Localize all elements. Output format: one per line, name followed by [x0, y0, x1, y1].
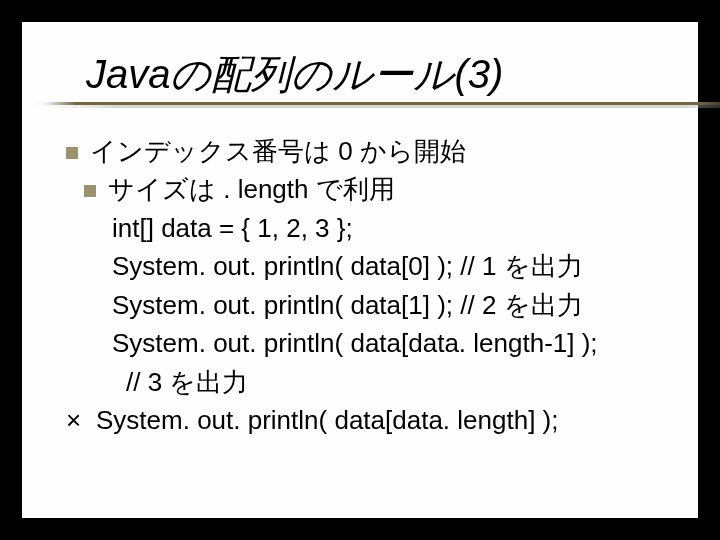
cross-icon: ×: [66, 401, 96, 439]
bullet-icon: [66, 147, 78, 159]
bullet-text: インデックス番号は 0 から開始: [90, 136, 466, 166]
bad-code-text: System. out. println( data[data. length]…: [96, 405, 558, 435]
title-underline: [36, 102, 720, 108]
slide-title: Javaの配列のルール(3): [86, 52, 678, 96]
bullet-item-1: インデックス番号は 0 から開始: [66, 132, 678, 170]
title-block: Javaの配列のルール(3): [22, 22, 698, 110]
code-line-bad: ×System. out. println( data[data. length…: [66, 401, 678, 439]
bullet-icon: [84, 185, 96, 197]
code-line-print0: System. out. println( data[0] ); // 1 を出…: [66, 247, 678, 285]
bullet-text: サイズは . length で利用: [108, 174, 395, 204]
slide: Javaの配列のルール(3) インデックス番号は 0 から開始 サイズは . l…: [22, 22, 698, 518]
code-line-comment3: // 3 を出力: [66, 363, 678, 401]
slide-body: インデックス番号は 0 から開始 サイズは . length で利用 int[]…: [22, 110, 698, 440]
bullet-item-2: サイズは . length で利用: [66, 170, 678, 208]
code-line-printlast: System. out. println( data[data. length-…: [66, 324, 678, 362]
code-line-decl: int[] data = { 1, 2, 3 };: [66, 209, 678, 247]
code-line-print1: System. out. println( data[1] ); // 2 を出…: [66, 286, 678, 324]
